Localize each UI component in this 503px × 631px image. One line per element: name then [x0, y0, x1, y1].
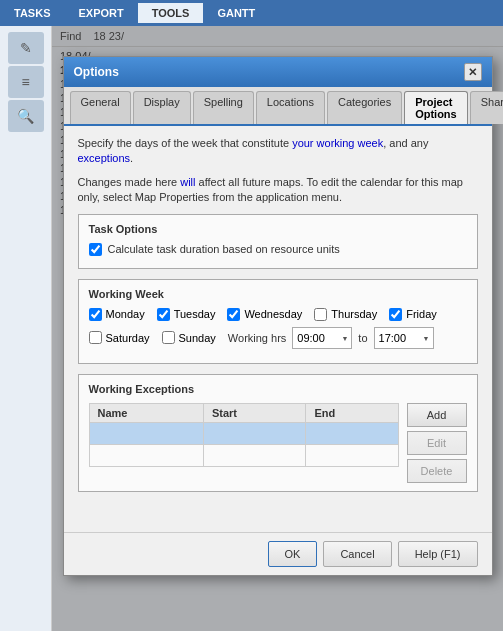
checkbox-monday[interactable] [89, 308, 102, 321]
working-hrs-label: Working hrs [228, 332, 286, 344]
exception-empty-row [89, 444, 398, 466]
end-time-wrapper: 14:00 15:00 16:00 17:00 18:00 [374, 327, 434, 349]
ok-button[interactable]: OK [268, 541, 318, 567]
highlight-2: exceptions [78, 152, 131, 164]
col-header-name: Name [89, 403, 203, 422]
day-monday: Monday [89, 308, 145, 321]
add-exception-button[interactable]: Add [407, 403, 467, 427]
tab-display[interactable]: Display [133, 91, 191, 124]
exception-row[interactable] [89, 422, 398, 444]
app-main: Find 18 23/ 18 04/ 18 14/ 18 09/ 18 14/ … [52, 26, 503, 631]
sidebar-icon-1[interactable]: ✎ [8, 32, 44, 64]
tab-sharepoint[interactable]: SharePoint [470, 91, 503, 124]
exception-name [89, 422, 203, 444]
highlight-1: your working week [292, 137, 383, 149]
dialog-title: Options [74, 65, 119, 79]
day-thursday: Thursday [314, 308, 377, 321]
tab-categories[interactable]: Categories [327, 91, 402, 124]
options-dialog: Options ✕ General Display Spelling Locat… [63, 56, 493, 576]
weekdays-row-2: Saturday Sunday Working hrs [89, 327, 467, 349]
tab-tools[interactable]: TOOLS [138, 3, 204, 23]
exceptions-table: Name Start End [89, 403, 399, 467]
delete-exception-button[interactable]: Delete [407, 459, 467, 483]
dialog-titlebar: Options ✕ [64, 57, 492, 87]
task-duration-row: Calculate task duration based on resourc… [89, 243, 467, 256]
app-toolbar: TASKS EXPORT TOOLS GANTT [0, 0, 503, 26]
day-friday: Friday [389, 308, 437, 321]
dialog-tabs: General Display Spelling Locations Categ… [64, 87, 492, 126]
task-duration-label: Calculate task duration based on resourc… [108, 243, 340, 255]
checkbox-friday[interactable] [389, 308, 402, 321]
sidebar-icon-2[interactable]: ≡ [8, 66, 44, 98]
label-tuesday: Tuesday [174, 308, 216, 320]
cancel-button[interactable]: Cancel [323, 541, 391, 567]
col-header-start: Start [203, 403, 305, 422]
help-button[interactable]: Help (F1) [398, 541, 478, 567]
exception-start [203, 422, 305, 444]
to-label: to [358, 332, 367, 344]
label-saturday: Saturday [106, 332, 150, 344]
tab-project-options[interactable]: Project Options [404, 91, 468, 124]
weekdays-row-1: Monday Tuesday Wednesday [89, 308, 467, 321]
info-text-1: Specify the days of the week that consti… [78, 136, 478, 167]
label-thursday: Thursday [331, 308, 377, 320]
checkbox-tuesday[interactable] [157, 308, 170, 321]
working-hrs-row: Working hrs 07:00 08:00 09:00 10:00 11:0… [228, 327, 434, 349]
day-tuesday: Tuesday [157, 308, 216, 321]
dialog-body: Specify the days of the week that consti… [64, 126, 492, 532]
exception-buttons: Add Edit Delete [407, 403, 467, 483]
label-monday: Monday [106, 308, 145, 320]
working-week-section: Working Week Monday Tuesday [78, 279, 478, 364]
close-button[interactable]: ✕ [464, 63, 482, 81]
task-options-section: Task Options Calculate task duration bas… [78, 214, 478, 269]
tab-general[interactable]: General [70, 91, 131, 124]
tab-spelling[interactable]: Spelling [193, 91, 254, 124]
label-sunday: Sunday [179, 332, 216, 344]
tab-gantt[interactable]: GANTT [203, 3, 269, 23]
sidebar-icon-3[interactable]: 🔍 [8, 100, 44, 132]
exceptions-table-wrap: Name Start End [89, 403, 399, 483]
exception-end [306, 422, 398, 444]
working-exceptions-section: Working Exceptions Name Start End [78, 374, 478, 492]
start-time-wrapper: 07:00 08:00 09:00 10:00 11:00 12:00 [292, 327, 352, 349]
checkbox-saturday[interactable] [89, 331, 102, 344]
edit-exception-button[interactable]: Edit [407, 431, 467, 455]
col-header-end: End [306, 403, 398, 422]
tab-tasks[interactable]: TASKS [0, 3, 64, 23]
task-duration-checkbox[interactable] [89, 243, 102, 256]
day-saturday: Saturday [89, 331, 150, 344]
exceptions-title: Working Exceptions [89, 383, 467, 395]
day-wednesday: Wednesday [227, 308, 302, 321]
working-week-title: Working Week [89, 288, 467, 300]
app-sidebar: ✎ ≡ 🔍 [0, 26, 52, 631]
task-options-title: Task Options [89, 223, 467, 235]
day-sunday: Sunday [162, 331, 216, 344]
tab-export[interactable]: EXPORT [64, 3, 137, 23]
start-time-select[interactable]: 07:00 08:00 09:00 10:00 11:00 12:00 [292, 327, 352, 349]
checkbox-thursday[interactable] [314, 308, 327, 321]
highlight-3: will [180, 176, 195, 188]
app-background: TASKS EXPORT TOOLS GANTT ✎ ≡ 🔍 Find 18 2… [0, 0, 503, 631]
checkbox-wednesday[interactable] [227, 308, 240, 321]
modal-overlay: Options ✕ General Display Spelling Locat… [52, 26, 503, 631]
checkbox-sunday[interactable] [162, 331, 175, 344]
app-content: ✎ ≡ 🔍 Find 18 23/ 18 04/ 18 14/ 18 09/ 1… [0, 26, 503, 631]
dialog-footer: OK Cancel Help (F1) [64, 532, 492, 575]
label-friday: Friday [406, 308, 437, 320]
tab-locations[interactable]: Locations [256, 91, 325, 124]
info-text-2: Changes made here will affect all future… [78, 175, 478, 206]
exceptions-container: Name Start End [89, 403, 467, 483]
label-wednesday: Wednesday [244, 308, 302, 320]
end-time-select[interactable]: 14:00 15:00 16:00 17:00 18:00 [374, 327, 434, 349]
